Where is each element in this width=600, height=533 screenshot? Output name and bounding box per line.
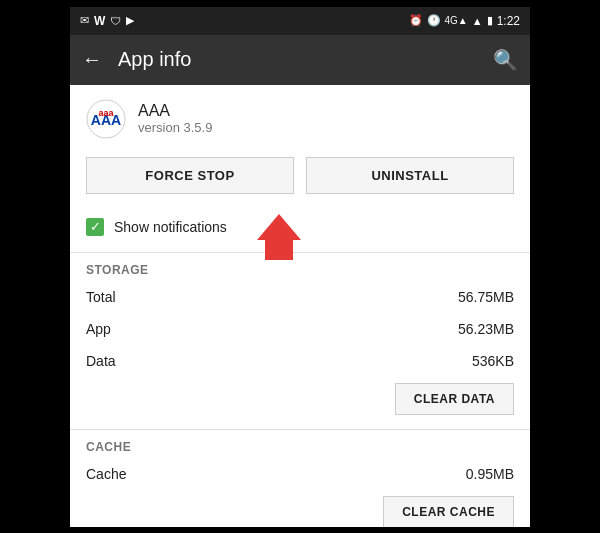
phone-container: ✉ W 🛡 ▶ ⏰ 🕐 4G▲ ▲ ▮ 1:22 ← App info 🔍 AA: [70, 7, 530, 527]
total-label: Total: [86, 289, 116, 305]
svg-text:aaa: aaa: [98, 108, 114, 118]
cache-row: Cache 0.95MB: [70, 458, 530, 490]
show-notifications-checkbox[interactable]: ✓: [86, 218, 104, 236]
app-logo: AAA aaa: [86, 99, 126, 139]
app-header: AAA aaa AAA version 3.5.9: [70, 85, 530, 153]
cache-value: 0.95MB: [466, 466, 514, 482]
app-name: AAA: [138, 102, 212, 120]
app-version: version 3.5.9: [138, 120, 212, 135]
aaa-logo-icon: AAA aaa: [86, 99, 126, 139]
search-icon[interactable]: 🔍: [493, 48, 518, 72]
content-area: AAA aaa AAA version 3.5.9 FORCE STOP UNI…: [70, 85, 530, 527]
data-value: 536KB: [472, 353, 514, 369]
alarm-icon: ⏰: [409, 14, 423, 27]
cache-label: Cache: [86, 466, 126, 482]
total-value: 56.75MB: [458, 289, 514, 305]
app-value: 56.23MB: [458, 321, 514, 337]
force-stop-button[interactable]: FORCE STOP: [86, 157, 294, 194]
wifi-icon: ▲: [472, 15, 483, 27]
app-label: App: [86, 321, 111, 337]
status-bar-left-icons: ✉ W 🛡 ▶: [80, 14, 134, 28]
notifications-label: Show notifications: [114, 219, 227, 235]
clear-data-row: CLEAR DATA: [70, 377, 530, 429]
action-buttons-row: FORCE STOP UNINSTALL: [70, 153, 530, 206]
checkmark-icon: ✓: [90, 220, 101, 233]
data-label: Data: [86, 353, 116, 369]
w-icon: W: [94, 14, 105, 28]
storage-app-row: App 56.23MB: [70, 313, 530, 345]
top-bar: ← App info 🔍: [70, 35, 530, 85]
play-icon: ▶: [126, 14, 134, 27]
app-info-text: AAA version 3.5.9: [138, 102, 212, 135]
clear-data-button[interactable]: CLEAR DATA: [395, 383, 514, 415]
clear-cache-button[interactable]: CLEAR CACHE: [383, 496, 514, 527]
up-arrow-icon: [257, 214, 301, 240]
back-button[interactable]: ←: [82, 48, 102, 71]
clock-icon: 🕐: [427, 14, 441, 27]
clear-cache-row: CLEAR CACHE: [70, 490, 530, 527]
battery-icon: ▮: [487, 14, 493, 27]
status-bar-right-icons: ⏰ 🕐 4G▲ ▲ ▮ 1:22: [409, 14, 521, 28]
notifications-row: ✓ Show notifications: [70, 206, 530, 252]
storage-data-row: Data 536KB: [70, 345, 530, 377]
shield-icon: 🛡: [110, 15, 121, 27]
storage-total-row: Total 56.75MB: [70, 281, 530, 313]
storage-section-label: STORAGE: [70, 253, 530, 281]
arrow-indicator: [257, 214, 301, 240]
uninstall-button[interactable]: UNINSTALL: [306, 157, 514, 194]
time-display: 1:22: [497, 14, 520, 28]
page-title: App info: [118, 48, 493, 71]
status-bar: ✉ W 🛡 ▶ ⏰ 🕐 4G▲ ▲ ▮ 1:22: [70, 7, 530, 35]
message-icon: ✉: [80, 14, 89, 27]
cache-section-label: CACHE: [70, 430, 530, 458]
signal-icon: 4G▲: [445, 15, 468, 26]
